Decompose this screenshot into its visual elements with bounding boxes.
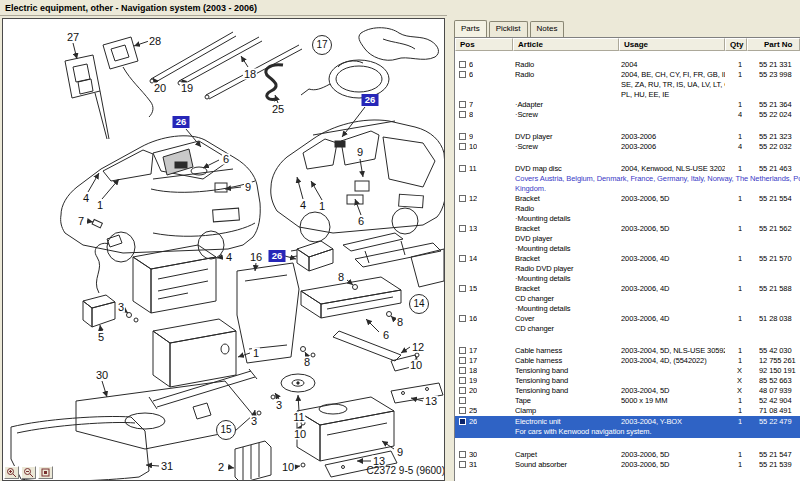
table-row[interactable]: 6Radio2004, BE, CH, CY, FI, FR, GB, IL, … xyxy=(455,70,800,100)
row-checkbox[interactable] xyxy=(459,143,466,150)
callout-4[interactable]: 4 xyxy=(225,252,233,263)
callout-6[interactable]: 6 xyxy=(357,216,365,227)
row-checkbox[interactable] xyxy=(459,367,466,374)
table-row[interactable]: 16CoverCD changer2003-2006, 4D151 28 038 xyxy=(455,314,800,334)
table-row[interactable]: 9DVD player2003-2006155 21 323 xyxy=(455,132,800,142)
row-checkbox[interactable] xyxy=(459,397,466,404)
callout-3[interactable]: 3 xyxy=(250,416,258,427)
callout-2[interactable]: 2 xyxy=(217,462,225,473)
row-checkbox[interactable] xyxy=(459,377,466,384)
callout-7[interactable]: 7 xyxy=(77,216,85,227)
table-row[interactable]: 11DVD map disc2004, Kenwood, NLS-USE 320… xyxy=(455,164,800,174)
zoom-out-icon[interactable] xyxy=(21,466,36,479)
selected-row-block[interactable]: 26Electronic unit2003-2004, Y-BOX155 22 … xyxy=(455,416,800,438)
callout-10[interactable]: 10 xyxy=(281,462,295,473)
row-checkbox[interactable] xyxy=(459,225,466,232)
callout-12[interactable]: 12 xyxy=(411,342,425,353)
qty-cell: 1 xyxy=(725,396,747,406)
callout-14[interactable]: 14 xyxy=(409,294,429,314)
table-row[interactable]: 13BracketDVD player2003-2006, 5D155 21 5… xyxy=(455,224,800,244)
row-checkbox[interactable] xyxy=(459,101,466,108)
tab-picklist[interactable]: Picklist xyxy=(489,21,528,37)
callout-4[interactable]: 4 xyxy=(299,200,307,211)
row-checkbox[interactable] xyxy=(459,255,466,262)
row-checkbox[interactable] xyxy=(459,461,466,468)
callout-9[interactable]: 9 xyxy=(396,447,404,458)
diagram-artwork xyxy=(3,19,444,480)
row-checkbox[interactable] xyxy=(459,133,466,140)
row-checkbox[interactable] xyxy=(459,111,466,118)
callout-6[interactable]: 6 xyxy=(382,330,390,341)
usage-cell: 2004, Kenwood, NLS-USE 32025680 xyxy=(619,164,725,174)
callout-6[interactable]: 6 xyxy=(222,154,230,165)
callout-18[interactable]: 18 xyxy=(243,69,257,80)
pos-cell: 17 xyxy=(455,346,513,356)
callout-8[interactable]: 8 xyxy=(337,272,345,283)
table-row[interactable]: 6Radio2004155 21 331 xyxy=(455,60,800,70)
table-row[interactable]: 31Sound absorber2003-2006, 5D155 21 539 xyxy=(455,460,800,470)
table-row[interactable]: 8·Screw455 22 024 xyxy=(455,110,800,120)
table-row[interactable]: 7·Adapter155 21 364 xyxy=(455,100,800,110)
row-checkbox[interactable] xyxy=(459,387,466,394)
callout-9[interactable]: 9 xyxy=(244,182,252,193)
row-checkbox[interactable] xyxy=(459,71,466,78)
table-row[interactable]: 12BracketRadio2003-2006, 5D155 21 554 xyxy=(455,194,800,214)
callout-28[interactable]: 28 xyxy=(148,36,162,47)
row-checkbox[interactable] xyxy=(459,285,466,292)
row-checkbox[interactable] xyxy=(459,347,466,354)
callout-16[interactable]: 16 xyxy=(249,252,263,263)
callout-10[interactable]: 10 xyxy=(409,360,423,371)
callout-9[interactable]: 9 xyxy=(356,147,364,158)
table-row[interactable]: 20Tensioning band2003-2004, 5DX48 07 939 xyxy=(455,386,800,396)
callout-20[interactable]: 20 xyxy=(153,83,167,94)
part-number-cell: 55 21 539 xyxy=(747,460,800,470)
callout-1[interactable]: 1 xyxy=(252,348,260,359)
callout-8[interactable]: 8 xyxy=(303,357,311,368)
callout-30[interactable]: 30 xyxy=(95,370,109,381)
callout-25[interactable]: 25 xyxy=(271,104,285,115)
callout-11[interactable]: 11 xyxy=(292,412,305,423)
row-checkbox[interactable] xyxy=(459,418,466,425)
row-checkbox[interactable] xyxy=(459,195,466,202)
callout-17[interactable]: 17 xyxy=(312,35,332,55)
row-checkbox[interactable] xyxy=(459,61,466,68)
callout-15[interactable]: 15 xyxy=(216,420,236,440)
callout-4[interactable]: 4 xyxy=(82,193,90,204)
row-checkbox[interactable] xyxy=(459,165,466,172)
table-row[interactable]: 17Cable harness2003-2004, 5D, NLS-USE 30… xyxy=(455,346,800,356)
callout-badge-26[interactable]: 26 xyxy=(362,94,379,106)
table-row[interactable]: 15BracketCD changer2003-2006, 4D155 21 5… xyxy=(455,284,800,304)
callout-27[interactable]: 27 xyxy=(66,32,80,43)
callout-1[interactable]: 1 xyxy=(318,201,326,212)
table-row[interactable]: 30Carpet2003-2006, 5D155 21 547 xyxy=(455,450,800,460)
table-row[interactable]: 18Tensioning bandX92 150 191 xyxy=(455,366,800,376)
table-row[interactable]: 19Tensioning bandX85 52 663 xyxy=(455,376,800,386)
row-checkbox[interactable] xyxy=(459,451,466,458)
callout-1[interactable]: 1 xyxy=(96,200,104,211)
tab-parts[interactable]: Parts xyxy=(454,20,487,37)
callout-10[interactable]: 10 xyxy=(293,429,307,440)
row-checkbox[interactable] xyxy=(459,357,466,364)
row-checkbox[interactable] xyxy=(459,407,466,414)
callout-19[interactable]: 19 xyxy=(180,83,194,94)
table-row[interactable]: Tape5000 x 19 MM152 42 904 xyxy=(455,396,800,406)
usage-note: For cars with Kenwood navigation system. xyxy=(455,427,800,437)
tab-notes[interactable]: Notes xyxy=(530,21,565,37)
callout-8[interactable]: 8 xyxy=(396,317,404,328)
callout-3[interactable]: 3 xyxy=(117,302,125,313)
callout-3[interactable]: 3 xyxy=(275,400,283,411)
row-checkbox[interactable] xyxy=(459,315,466,322)
table-row[interactable]: 10·Screw2003-2006455 22 032 xyxy=(455,142,800,152)
callout-13[interactable]: 13 xyxy=(424,396,438,407)
part-number-cell: 55 22 024 xyxy=(747,110,800,120)
table-row[interactable]: 14BracketRadio DVD player2003-2006, 4D15… xyxy=(455,254,800,274)
callout-badge-26[interactable]: 26 xyxy=(173,116,190,128)
zoom-in-icon[interactable] xyxy=(4,466,19,479)
table-row[interactable]: 26Electronic unit2003-2004, Y-BOX155 22 … xyxy=(455,417,800,427)
callout-31[interactable]: 31 xyxy=(160,461,174,472)
table-row[interactable]: 25Clamp171 08 491 xyxy=(455,406,800,416)
callout-5[interactable]: 5 xyxy=(97,332,105,343)
callout-badge-26[interactable]: 26 xyxy=(269,250,286,262)
zoom-reset-icon[interactable] xyxy=(38,466,53,479)
table-row[interactable]: 17Cable harness2003-2004, 4D, (5542022)1… xyxy=(455,356,800,366)
